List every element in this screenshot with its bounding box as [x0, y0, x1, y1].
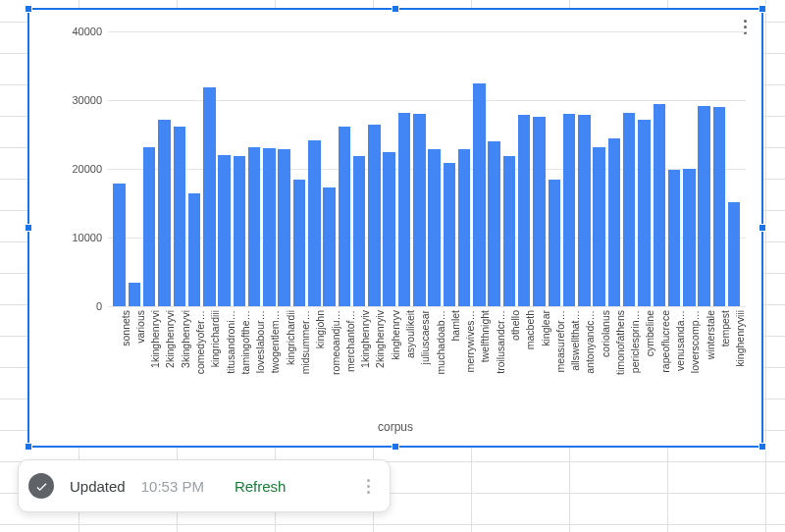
bar-slot — [172, 31, 186, 306]
resize-handle-nw[interactable] — [25, 5, 32, 13]
bar-slot — [442, 31, 456, 306]
status-options-button[interactable] — [356, 472, 380, 500]
bar-slot — [307, 31, 322, 306]
bar-slot — [352, 31, 367, 306]
plot-area: 010000200003000040000 — [108, 31, 746, 306]
resize-handle-s[interactable] — [392, 443, 399, 451]
chart-object[interactable]: 010000200003000040000 sonnetsvarious1kin… — [27, 8, 763, 448]
bar-slot — [396, 31, 411, 306]
bar[interactable] — [549, 180, 561, 306]
bar[interactable] — [398, 113, 411, 306]
bar-slot — [697, 31, 711, 306]
bar[interactable] — [413, 114, 426, 306]
bar[interactable] — [518, 115, 531, 306]
bar[interactable] — [728, 202, 741, 306]
bar[interactable] — [339, 127, 351, 306]
bar-slot — [382, 31, 396, 306]
bar[interactable] — [623, 113, 636, 306]
bar-slot — [561, 31, 576, 306]
bar-slot — [487, 31, 501, 306]
resize-handle-sw[interactable] — [25, 443, 32, 451]
bar-slot — [217, 31, 232, 306]
y-tick-label: 0 — [55, 300, 102, 312]
resize-handle-n[interactable] — [392, 5, 399, 13]
bar[interactable] — [308, 140, 321, 306]
updated-check-icon — [28, 473, 54, 499]
bar[interactable] — [638, 120, 651, 306]
bar[interactable] — [503, 156, 516, 306]
bar-slot — [472, 31, 487, 306]
refresh-button[interactable]: Refresh — [235, 478, 287, 495]
y-tick-label: 40000 — [55, 26, 102, 37]
bar[interactable] — [234, 156, 246, 306]
bar[interactable] — [158, 120, 171, 306]
bar-slot — [337, 31, 351, 306]
bar-slot — [322, 31, 337, 306]
x-axis-title: corpus — [29, 420, 761, 434]
resize-handle-e[interactable] — [759, 224, 766, 232]
resize-handle-se[interactable] — [759, 443, 766, 451]
bar[interactable] — [174, 127, 186, 306]
bar[interactable] — [383, 152, 395, 307]
bar[interactable] — [248, 147, 261, 306]
bar[interactable] — [444, 163, 456, 306]
bar-slot — [622, 31, 637, 306]
bar[interactable] — [593, 147, 605, 306]
y-tick-label: 10000 — [55, 232, 102, 243]
bar-slot — [247, 31, 262, 306]
bar-slot — [577, 31, 592, 306]
bar-slot — [142, 31, 157, 306]
bar[interactable] — [473, 83, 486, 307]
resize-handle-ne[interactable] — [759, 5, 766, 13]
bar-slot — [291, 31, 306, 306]
bar[interactable] — [698, 106, 710, 306]
bar-slot — [277, 31, 291, 306]
bar[interactable] — [683, 169, 696, 306]
bar-slot — [112, 31, 127, 306]
bar[interactable] — [368, 125, 381, 307]
resize-handle-w[interactable] — [25, 224, 32, 232]
bar-slot — [427, 31, 442, 306]
status-label: Updated — [70, 478, 126, 495]
bar-slot — [367, 31, 382, 306]
bar-slot — [186, 31, 201, 306]
bar-slot — [547, 31, 561, 306]
bar-slot — [606, 31, 621, 306]
bar[interactable] — [129, 283, 141, 307]
connected-sheet-status: Updated 10:53 PM Refresh — [18, 459, 391, 512]
bar[interactable] — [578, 115, 591, 306]
bar-slot — [127, 31, 141, 306]
bar[interactable] — [293, 180, 306, 307]
bar-slot — [262, 31, 277, 306]
bar[interactable] — [188, 193, 201, 306]
bar[interactable] — [353, 156, 366, 306]
bar[interactable] — [488, 141, 500, 306]
bar[interactable] — [143, 147, 156, 306]
bar[interactable] — [458, 149, 471, 306]
bar-slot — [727, 31, 742, 306]
bar[interactable] — [218, 155, 231, 306]
bar-slot — [637, 31, 652, 306]
bar[interactable] — [654, 104, 666, 306]
y-tick-label: 30000 — [55, 94, 102, 106]
bar[interactable] — [113, 184, 126, 306]
bar[interactable] — [323, 187, 336, 306]
bar[interactable] — [533, 117, 546, 306]
y-tick-label: 20000 — [55, 163, 102, 175]
x-tick-label: kinghenryviii — [734, 310, 746, 367]
bar[interactable] — [608, 138, 621, 307]
bar-slot — [532, 31, 547, 306]
bar[interactable] — [668, 170, 681, 306]
bar-slot — [517, 31, 532, 306]
bar-slot — [592, 31, 606, 306]
bar[interactable] — [563, 114, 576, 306]
bar[interactable] — [713, 107, 726, 306]
bar-slot — [202, 31, 217, 306]
bar[interactable] — [203, 87, 216, 306]
bar-slot — [412, 31, 427, 306]
bar[interactable] — [428, 149, 441, 306]
bar[interactable] — [278, 149, 290, 306]
bar-slot — [456, 31, 471, 306]
bar-slot — [232, 31, 246, 306]
bar[interactable] — [263, 148, 276, 306]
